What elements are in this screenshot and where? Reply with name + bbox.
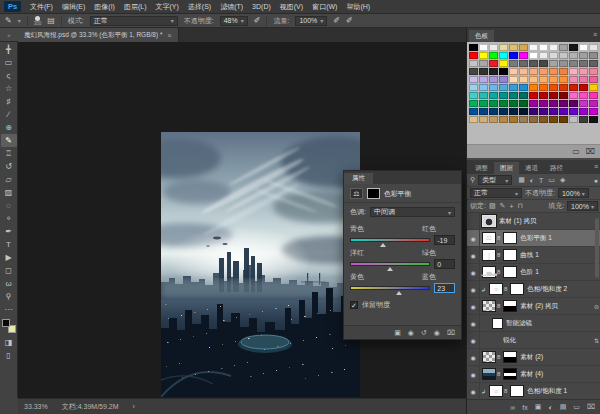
color-swatch[interactable] bbox=[589, 100, 598, 107]
color-swatch[interactable] bbox=[529, 108, 538, 115]
layer-row[interactable]: ◉ʃ8曲线 1 bbox=[467, 247, 600, 264]
color-swatch[interactable] bbox=[479, 116, 488, 123]
menu-item[interactable]: 选择(S) bbox=[188, 2, 211, 12]
color-swatch[interactable] bbox=[519, 52, 528, 59]
color-swatch[interactable] bbox=[539, 68, 548, 75]
color-swatch[interactable] bbox=[559, 108, 568, 115]
color-swatch[interactable] bbox=[509, 76, 518, 83]
color-swatch[interactable] bbox=[559, 68, 568, 75]
menu-item[interactable]: 编辑(E) bbox=[62, 2, 85, 12]
color-swatch[interactable] bbox=[519, 68, 528, 75]
blur-tool[interactable]: ◌ bbox=[1, 199, 17, 212]
color-swatch[interactable] bbox=[589, 108, 598, 115]
layer-mask-thumbnail[interactable] bbox=[503, 249, 517, 261]
layer-mask-thumbnail[interactable] bbox=[510, 283, 524, 295]
tools-collapse-button[interactable]: » bbox=[0, 28, 18, 42]
visibility-eye-icon[interactable]: ◉ bbox=[467, 315, 480, 331]
delete-swatch-icon[interactable]: ⌧ bbox=[586, 147, 595, 156]
color-swatch[interactable] bbox=[509, 108, 518, 115]
tab-properties[interactable]: 属性 bbox=[344, 173, 373, 184]
eraser-tool[interactable]: ▱ bbox=[1, 173, 17, 186]
color-swatch[interactable] bbox=[469, 52, 478, 59]
color-swatch[interactable] bbox=[569, 116, 578, 123]
color-swatch[interactable] bbox=[489, 84, 498, 91]
link-layers-icon[interactable]: ∞ bbox=[510, 404, 515, 411]
color-swatch[interactable] bbox=[559, 84, 568, 91]
brush-preset-picker[interactable]: 300 bbox=[34, 16, 42, 26]
color-swatch[interactable] bbox=[469, 44, 478, 51]
delete-adjustment-icon[interactable]: ⌧ bbox=[447, 329, 455, 337]
color-swatch[interactable] bbox=[579, 84, 588, 91]
menu-item[interactable]: 文字(Y) bbox=[155, 2, 178, 12]
color-balance-slider[interactable] bbox=[350, 286, 430, 290]
quick-selection-tool[interactable]: ☆ bbox=[1, 82, 17, 95]
layer-row[interactable]: 素材 (1) 拷贝 bbox=[467, 213, 600, 230]
history-brush-tool[interactable]: ↺ bbox=[1, 160, 17, 173]
slider-thumb[interactable] bbox=[396, 291, 402, 295]
fill-select[interactable]: 100% ▾ bbox=[567, 201, 598, 211]
layer-row[interactable]: ◉8素材 (2) 拷贝⊜ bbox=[467, 298, 600, 315]
color-swatch[interactable] bbox=[469, 68, 478, 75]
layer-name[interactable]: 智能滤镜 bbox=[506, 319, 599, 328]
color-swatch[interactable] bbox=[489, 52, 498, 59]
color-swatch[interactable] bbox=[499, 116, 508, 123]
pressure-opacity-icon[interactable]: ✐ bbox=[254, 16, 261, 25]
color-swatch[interactable] bbox=[549, 68, 558, 75]
menu-item[interactable]: 图层(L) bbox=[124, 2, 147, 12]
layer-thumbnail[interactable] bbox=[482, 215, 496, 227]
layer-name[interactable]: 锐化 bbox=[503, 336, 592, 345]
foreground-background-colors[interactable] bbox=[2, 319, 16, 333]
color-swatch[interactable] bbox=[499, 92, 508, 99]
slider-value-input[interactable]: 23 bbox=[434, 283, 455, 293]
color-swatch[interactable] bbox=[549, 100, 558, 107]
layer-mask-chip[interactable] bbox=[367, 188, 380, 199]
layer-row[interactable]: ◉⚖8色彩平衡 1 bbox=[467, 230, 600, 247]
color-swatch[interactable] bbox=[509, 68, 518, 75]
visibility-icon[interactable]: ◉ bbox=[434, 329, 440, 337]
move-tool[interactable]: ╋ bbox=[1, 43, 17, 56]
layer-mask-thumbnail[interactable] bbox=[510, 385, 524, 397]
visibility-eye-icon[interactable]: ◉ bbox=[467, 298, 480, 314]
brush-tool-icon[interactable]: ✎ bbox=[5, 16, 12, 25]
menu-item[interactable]: 窗口(W) bbox=[312, 2, 337, 12]
color-swatch[interactable] bbox=[529, 76, 538, 83]
filter-shape-icon[interactable]: ▭ bbox=[548, 176, 555, 184]
color-swatch[interactable] bbox=[509, 44, 518, 51]
color-swatch[interactable] bbox=[549, 92, 558, 99]
color-swatch[interactable] bbox=[589, 116, 598, 123]
lock-pixels-icon[interactable]: ✎ bbox=[500, 202, 506, 210]
layer-name[interactable]: 素材 (1) 拷贝 bbox=[499, 217, 599, 226]
healing-brush-tool[interactable]: ⊕ bbox=[1, 121, 17, 134]
color-swatch[interactable] bbox=[569, 108, 578, 115]
color-swatch[interactable] bbox=[579, 108, 588, 115]
layer-row[interactable]: ◉8素材 (2) bbox=[467, 349, 600, 366]
tool-preset-arrow[interactable]: ▾ bbox=[18, 17, 21, 24]
color-swatch[interactable] bbox=[519, 76, 528, 83]
layer-thumbnail[interactable] bbox=[482, 351, 496, 363]
tab-路径[interactable]: 路径 bbox=[544, 162, 569, 174]
color-swatch[interactable] bbox=[489, 68, 498, 75]
color-swatch[interactable] bbox=[469, 76, 478, 83]
color-swatch[interactable] bbox=[529, 84, 538, 91]
lock-transparency-icon[interactable]: ▨ bbox=[489, 202, 496, 210]
color-swatch[interactable] bbox=[539, 76, 548, 83]
color-swatch[interactable] bbox=[579, 44, 588, 51]
layers-opacity-select[interactable]: 100% ▾ bbox=[558, 188, 589, 198]
gradient-tool[interactable]: ▨ bbox=[1, 186, 17, 199]
color-swatch[interactable] bbox=[469, 92, 478, 99]
close-icon[interactable]: × bbox=[167, 32, 171, 39]
tab-调整[interactable]: 调整 bbox=[469, 162, 494, 174]
layer-mask-thumbnail[interactable] bbox=[503, 300, 517, 312]
color-swatch[interactable] bbox=[549, 52, 558, 59]
add-mask-icon[interactable]: ▣ bbox=[535, 403, 542, 411]
visibility-eye-icon[interactable]: ◉ bbox=[467, 281, 480, 297]
lasso-tool[interactable]: ς bbox=[1, 69, 17, 82]
brush-tool[interactable]: ✎ bbox=[1, 134, 17, 147]
color-swatch[interactable] bbox=[469, 116, 478, 123]
airbrush-icon[interactable]: ✐ bbox=[333, 16, 340, 25]
color-swatch[interactable] bbox=[569, 44, 578, 51]
color-swatch[interactable] bbox=[529, 60, 538, 67]
color-swatch[interactable] bbox=[589, 84, 598, 91]
color-swatch[interactable] bbox=[589, 76, 598, 83]
color-swatch[interactable] bbox=[479, 52, 488, 59]
